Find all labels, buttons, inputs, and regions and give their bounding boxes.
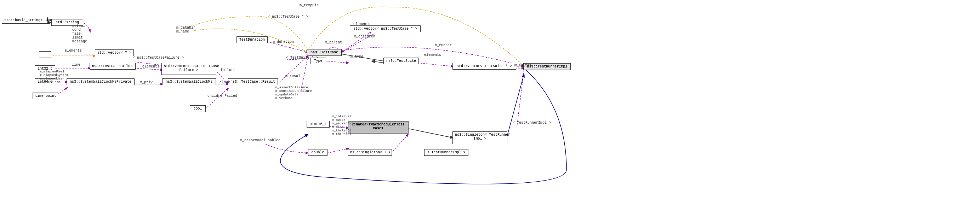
node-testcase-result: ns3::TestCase::Result bbox=[228, 78, 278, 85]
diagram-container: std::basic_string< Char > std::string T … bbox=[0, 0, 980, 212]
node-time-point: time_point bbox=[33, 93, 58, 99]
label-clock: clock bbox=[220, 81, 230, 84]
label-interval-etc: m_intervalm_nUserm_packetSizem_distm_thr… bbox=[332, 115, 355, 136]
svg-line-24 bbox=[328, 149, 349, 153]
svg-line-13 bbox=[205, 88, 228, 109]
node-singleton-testrunner: ns3::Singleton< TestRunnerImpl > bbox=[452, 131, 508, 144]
node-system-wall-clock-ms: ns3::SystemWallClockMs bbox=[162, 78, 216, 85]
node-std-vector-testcase: std::vector< ns3::TestCase * > bbox=[350, 25, 421, 32]
node-testrunnerimpl-template: < TestRunnerImpl > bbox=[424, 149, 468, 156]
label-m-error-model: m_errorModelEnabled bbox=[240, 139, 280, 142]
label-failure: failure bbox=[221, 68, 235, 72]
node-bool: bool bbox=[190, 105, 206, 112]
label-actual-cond: actualcondfilelimitmessage bbox=[72, 24, 87, 43]
svg-line-25 bbox=[391, 134, 408, 153]
label-m-suites: m_suites bbox=[514, 63, 531, 68]
node-lena-cqa: LenaCqaFfMacSchedulerTestCase1 bbox=[348, 121, 409, 134]
node-basic-string: std::basic_string< Char > bbox=[2, 17, 48, 24]
node-system-wall-clock-ms-private: ns3::SystemWallClockMsPrivate bbox=[67, 78, 135, 85]
label-m-datadir-name: m_dataDirm_name bbox=[176, 26, 196, 33]
node-testcase-failure: ns3::TestCaseFailure bbox=[89, 63, 135, 70]
node-testsuite: ns3::TestSuite bbox=[383, 58, 419, 64]
svg-line-27 bbox=[506, 74, 524, 139]
label-testcase-failure-template: < ns3::TestCaseFailure > bbox=[133, 56, 184, 60]
svg-line-17 bbox=[342, 31, 372, 52]
label-elements-failure: elements bbox=[142, 65, 159, 68]
svg-line-18 bbox=[326, 61, 349, 63]
node-singleton-T: ns3::Singleton< T > bbox=[348, 149, 392, 156]
label-elements-testsuite: elements bbox=[353, 22, 370, 26]
node-testcase: ns3::TestCase bbox=[307, 49, 342, 56]
node-uint16t: uint16_t bbox=[307, 121, 329, 128]
node-T: T bbox=[39, 51, 51, 58]
node-std-vector-T: std::vector< T > bbox=[95, 49, 134, 56]
label-testcase-ptr-template: < ns3::TestCase * > bbox=[268, 15, 308, 19]
label-m-tempdir: m_tempDir bbox=[299, 3, 319, 8]
label-elements-T: elements bbox=[65, 49, 82, 53]
label-testrunnerimpl-template: < TestRunnerImpl > bbox=[513, 121, 551, 125]
label-children-failed: childrenFailed bbox=[207, 94, 237, 98]
svg-line-20 bbox=[418, 63, 453, 66]
label-m-priv: m_priv bbox=[140, 81, 153, 84]
node-test-duration: TestDuration bbox=[237, 36, 268, 43]
node-std-vector-testsuite: std::vector< TestSuite * > bbox=[452, 63, 516, 70]
label-elapsed: m_elapsedRealm_elapsedSystemm_elapsedUse… bbox=[40, 70, 68, 84]
arrows-svg bbox=[0, 0, 980, 212]
node-std-vector-testcase-failure: std::vector< ns3::TestCaseFailure > bbox=[161, 63, 216, 75]
label-elements-suite: elements bbox=[424, 53, 441, 57]
label-m-result: m_result bbox=[285, 74, 302, 78]
node-double: double bbox=[308, 149, 328, 156]
svg-line-16 bbox=[342, 31, 379, 52]
label-m-type: m_type bbox=[350, 55, 363, 59]
svg-line-26 bbox=[408, 129, 453, 138]
svg-line-15 bbox=[277, 56, 308, 84]
label-m-children: m_children bbox=[354, 35, 375, 38]
label-m-duration: m_duration bbox=[273, 40, 294, 44]
label-testsuite-template: < TestSuite * > bbox=[286, 56, 318, 60]
label-m-runner: m_runner bbox=[435, 43, 452, 47]
label-m-parent: m_parent bbox=[325, 41, 342, 44]
svg-line-28 bbox=[517, 70, 524, 127]
label-assert-on-failure: m_assertOnFailurem_continueOnFailurem_up… bbox=[275, 86, 312, 100]
label-line: _line bbox=[70, 63, 80, 67]
svg-line-19 bbox=[372, 61, 384, 63]
